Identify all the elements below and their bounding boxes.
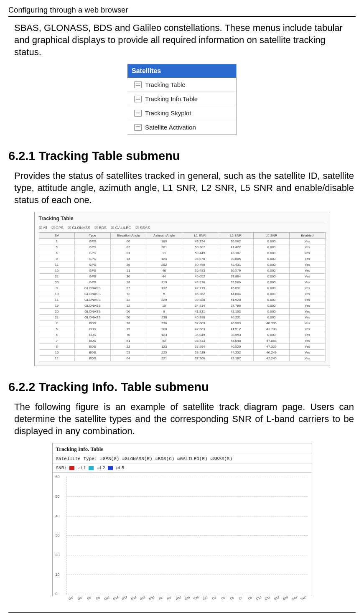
y-tick-label: 60: [56, 475, 60, 479]
filter-checkbox[interactable]: GALILEO: [111, 226, 131, 230]
table-cell: 81: [110, 250, 146, 256]
filter-checkbox[interactable]: GLONASS: [68, 226, 90, 230]
table-cell: 36.049: [182, 332, 218, 338]
table-cell: 15: [110, 326, 146, 332]
table-cell: BDS: [75, 356, 111, 361]
gridline: [66, 516, 308, 516]
table-cell: Yes: [289, 344, 325, 350]
x-tick-label: G17: [122, 596, 128, 600]
table-cell: 124: [146, 256, 182, 262]
table-cell: 123: [146, 344, 182, 350]
legend-item[interactable]: ☑L5: [116, 465, 125, 471]
legend-item[interactable]: ☑L1: [78, 465, 86, 471]
list-icon: [134, 81, 142, 88]
table-cell: 42.719: [182, 285, 218, 291]
table-row: 19GLONASS121534.81437.7960.000Yes: [39, 303, 325, 309]
table-cell: 2: [39, 320, 75, 326]
y-tick-label: 30: [56, 533, 60, 537]
table-cell: 0.000: [254, 309, 290, 315]
table-cell: 50.450: [182, 262, 218, 268]
table-cell: 37.009: [182, 320, 218, 326]
table-cell: 0.000: [254, 274, 290, 280]
table-cell: GPS: [75, 239, 111, 244]
filter-checkbox[interactable]: SBAS: [135, 226, 150, 230]
table-cell: Yes: [289, 303, 325, 309]
filter-checkbox[interactable]: All: [39, 226, 47, 230]
table-cell: 11: [39, 356, 75, 361]
intro-paragraph: SBAS, GLONASS, BDS and Galileo constella…: [14, 22, 354, 58]
table-cell: 40: [146, 268, 182, 274]
table-cell: 47.868: [254, 338, 290, 344]
table-cell: 16: [39, 268, 75, 274]
table-row: 8BDS2212337.59440.52047.325Yes: [39, 344, 325, 350]
filter-checkbox[interactable]: BDS: [94, 226, 107, 230]
table-cell: 32: [110, 297, 146, 303]
table-cell: 30.805: [218, 256, 254, 262]
table-cell: GPS: [75, 256, 111, 262]
table-cell: Yes: [289, 350, 325, 356]
table-row: 21GLONASS5023845.89846.2210.000Yes: [39, 315, 325, 320]
table-cell: 60: [110, 239, 146, 244]
table-cell: 43.187: [218, 356, 254, 361]
table-cell: 53: [110, 350, 146, 356]
satmenu-item[interactable]: Tracking Info.Table: [127, 92, 236, 106]
x-tick-label: C7: [239, 596, 243, 600]
table-cell: Yes: [289, 291, 325, 297]
table-cell: 30: [39, 280, 75, 285]
satmenu-item[interactable]: Tracking Table: [127, 78, 236, 92]
table-column-header: L1 SNR: [182, 233, 218, 239]
table-cell: 6: [39, 332, 75, 338]
table-cell: GLONASS: [75, 285, 111, 291]
satmenu-item[interactable]: Satellite Activation: [127, 120, 236, 135]
table-row: 10GLONASS72546.36244.6040.000Yes: [39, 291, 325, 297]
table-cell: Yes: [289, 250, 325, 256]
table-cell: 47.325: [254, 344, 290, 350]
table-row: 21GPS304445.05237.8840.000Yes: [39, 274, 325, 280]
table-cell: 70: [110, 332, 146, 338]
table-cell: GPS: [75, 250, 111, 256]
table-cell: Yes: [289, 332, 325, 338]
table-cell: 42.663: [182, 326, 218, 332]
gridline: [66, 496, 308, 497]
table-cell: Yes: [289, 244, 325, 250]
x-tick-label: S40°: [291, 596, 298, 601]
table-cell: BDS: [75, 338, 111, 344]
table-cell: 9: [39, 285, 75, 291]
table-row: 30GPS1831943.21632.5660.000Yes: [39, 280, 325, 285]
satmenu-item[interactable]: Tracking Skyplot: [127, 106, 236, 120]
heading-6-2-1: 6.2.1 Tracking Table submenu: [8, 149, 356, 163]
table-cell: 30: [110, 274, 146, 280]
table-cell: 38: [110, 320, 146, 326]
table-cell: 0.000: [254, 256, 290, 262]
figure-tracking-table: Tracking Table AllGPSGLONASSBDSGALILEOSB…: [34, 212, 330, 366]
table-cell: Yes: [289, 280, 325, 285]
table-cell: 10: [39, 350, 75, 356]
x-tick-label: C10: [256, 596, 262, 600]
table-cell: BDS: [75, 320, 111, 326]
table-cell: Yes: [289, 326, 325, 332]
table-column-header: Elevation Angle: [110, 233, 146, 239]
chart-sat-type-legend: Satellite Type: ☑GPS(G) ☑GLONASS(R) ☑BDS…: [53, 454, 312, 463]
table-cell: 43.153: [218, 309, 254, 315]
table-cell: 19: [39, 303, 75, 309]
table-cell: 46.362: [182, 291, 218, 297]
x-tick-label: E12: [274, 596, 280, 600]
list-icon: [134, 110, 142, 117]
satmenu-item-label: Tracking Info.Table: [145, 95, 198, 102]
legend-item[interactable]: ☑L2: [97, 465, 105, 471]
table-cell: 45.048: [218, 338, 254, 344]
table-column-header: Type: [75, 233, 111, 239]
table-cell: 38.553: [218, 332, 254, 338]
satmenu-header: Satellites: [127, 64, 236, 78]
table-cell: GLONASS: [75, 303, 111, 309]
paragraph-6-2-2: The following figure is an example of sa…: [14, 401, 354, 437]
filter-checkbox[interactable]: GPS: [51, 226, 64, 230]
x-tick-label: R9°: [167, 596, 172, 600]
table-cell: GPS: [75, 262, 111, 268]
table-cell: GLONASS: [75, 315, 111, 320]
table-cell: 123: [146, 332, 182, 338]
table-cell: 51: [110, 338, 146, 344]
table-row: 11BDS6422137.20643.18742.245Yes: [39, 356, 325, 361]
table-cell: Yes: [289, 320, 325, 326]
table-cell: BDS: [75, 350, 111, 356]
